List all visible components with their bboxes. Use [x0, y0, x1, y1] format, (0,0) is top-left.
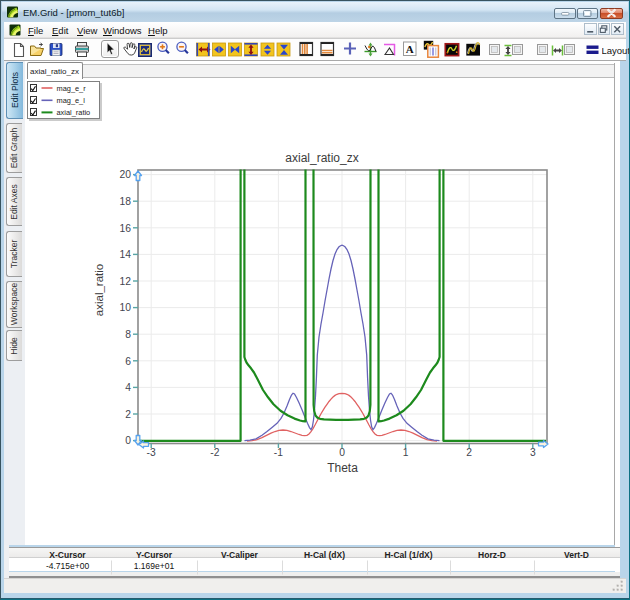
svg-text:A: A [406, 43, 414, 55]
